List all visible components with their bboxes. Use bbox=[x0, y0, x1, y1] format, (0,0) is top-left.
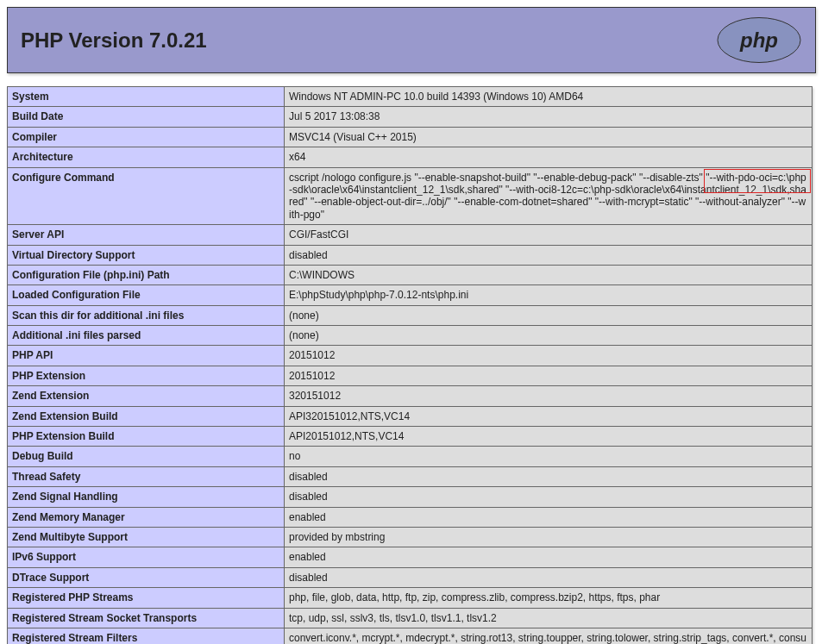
info-value: disabled bbox=[285, 245, 813, 265]
info-value: convert.iconv.*, mcrypt.*, mdecrypt.*, s… bbox=[285, 628, 813, 644]
info-value: API320151012,NTS,VC14 bbox=[285, 406, 813, 426]
table-row: Debug Buildno bbox=[8, 447, 813, 466]
table-row: Thread Safetydisabled bbox=[8, 466, 813, 486]
table-row: Virtual Directory Supportdisabled bbox=[8, 245, 813, 265]
info-value: php, file, glob, data, http, ftp, zip, c… bbox=[285, 588, 813, 608]
table-row: Registered Stream Socket Transportstcp, … bbox=[8, 608, 813, 628]
info-value: disabled bbox=[285, 487, 813, 507]
table-row: Registered Stream Filtersconvert.iconv.*… bbox=[8, 628, 813, 644]
info-key: Zend Extension bbox=[8, 386, 285, 406]
svg-text:php: php bbox=[739, 28, 778, 52]
info-key: Registered Stream Filters bbox=[8, 628, 285, 644]
table-row: IPv6 Supportenabled bbox=[8, 547, 813, 567]
table-row: Build DateJul 5 2017 13:08:38 bbox=[8, 107, 813, 127]
info-value: Jul 5 2017 13:08:38 bbox=[285, 107, 813, 127]
info-key: Zend Signal Handling bbox=[8, 487, 285, 507]
info-key: Additional .ini files parsed bbox=[8, 326, 285, 346]
info-key: Configure Command bbox=[8, 167, 285, 225]
info-value: MSVC14 (Visual C++ 2015) bbox=[285, 127, 813, 147]
info-value: E:\phpStudy\php\php-7.0.12-nts\php.ini bbox=[285, 285, 813, 305]
info-key: PHP Extension Build bbox=[8, 427, 285, 447]
info-value: 20151012 bbox=[285, 346, 813, 366]
info-key: System bbox=[8, 87, 285, 107]
info-key: Configuration File (php.ini) Path bbox=[8, 265, 285, 284]
info-key: Thread Safety bbox=[8, 466, 285, 486]
info-key: Zend Memory Manager bbox=[8, 507, 285, 527]
table-row: Loaded Configuration FileE:\phpStudy\php… bbox=[8, 285, 813, 305]
info-value: cscript /nologo configure.js "--enable-s… bbox=[285, 167, 813, 225]
table-row: Registered PHP Streamsphp, file, glob, d… bbox=[8, 588, 813, 608]
table-row: SystemWindows NT ADMIN-PC 10.0 build 143… bbox=[8, 87, 813, 107]
info-key: PHP API bbox=[8, 346, 285, 366]
table-row: PHP Extension20151012 bbox=[8, 366, 813, 385]
table-row: Zend Multibyte Supportprovided by mbstri… bbox=[8, 527, 813, 547]
table-row: Zend Memory Managerenabled bbox=[8, 507, 813, 527]
info-value: 320151012 bbox=[285, 386, 813, 406]
info-value: (none) bbox=[285, 326, 813, 346]
info-key: PHP Extension bbox=[8, 366, 285, 385]
info-key: Scan this dir for additional .ini files bbox=[8, 305, 285, 325]
table-row: Zend Extension BuildAPI320151012,NTS,VC1… bbox=[8, 406, 813, 426]
info-value: API20151012,NTS,VC14 bbox=[285, 427, 813, 447]
info-key: Debug Build bbox=[8, 447, 285, 466]
info-value: no bbox=[285, 447, 813, 466]
info-key: Registered Stream Socket Transports bbox=[8, 608, 285, 628]
table-row: CompilerMSVC14 (Visual C++ 2015) bbox=[8, 127, 813, 147]
info-value: enabled bbox=[285, 547, 813, 567]
info-key: DTrace Support bbox=[8, 567, 285, 587]
info-key: Server API bbox=[8, 225, 285, 245]
info-value: provided by mbstring bbox=[285, 527, 813, 547]
info-key: Loaded Configuration File bbox=[8, 285, 285, 305]
info-key: Build Date bbox=[8, 107, 285, 127]
info-key: Virtual Directory Support bbox=[8, 245, 285, 265]
table-row: Scan this dir for additional .ini files(… bbox=[8, 305, 813, 325]
info-key: Registered PHP Streams bbox=[8, 588, 285, 608]
info-value: disabled bbox=[285, 567, 813, 587]
phpinfo-header: PHP Version 7.0.21 php bbox=[7, 7, 816, 73]
info-value: (none) bbox=[285, 305, 813, 325]
table-row: DTrace Supportdisabled bbox=[8, 567, 813, 587]
table-row: Server APICGI/FastCGI bbox=[8, 225, 813, 245]
info-key: Architecture bbox=[8, 147, 285, 167]
php-logo: php bbox=[716, 16, 802, 64]
info-value: CGI/FastCGI bbox=[285, 225, 813, 245]
table-row: Configure Commandcscript /nologo configu… bbox=[8, 167, 813, 225]
table-row: PHP API20151012 bbox=[8, 346, 813, 366]
info-value: tcp, udp, ssl, sslv3, tls, tlsv1.0, tlsv… bbox=[285, 608, 813, 628]
info-value: C:\WINDOWS bbox=[285, 265, 813, 284]
highlight-annotation bbox=[704, 169, 811, 193]
info-value: enabled bbox=[285, 507, 813, 527]
table-row: Configuration File (php.ini) PathC:\WIND… bbox=[8, 265, 813, 284]
info-key: IPv6 Support bbox=[8, 547, 285, 567]
table-row: Additional .ini files parsed(none) bbox=[8, 326, 813, 346]
table-row: PHP Extension BuildAPI20151012,NTS,VC14 bbox=[8, 427, 813, 447]
page-title: PHP Version 7.0.21 bbox=[21, 28, 207, 53]
info-value: 20151012 bbox=[285, 366, 813, 385]
phpinfo-table: SystemWindows NT ADMIN-PC 10.0 build 143… bbox=[7, 86, 813, 644]
table-row: Zend Signal Handlingdisabled bbox=[8, 487, 813, 507]
info-value: Windows NT ADMIN-PC 10.0 build 14393 (Wi… bbox=[285, 87, 813, 107]
table-row: Zend Extension320151012 bbox=[8, 386, 813, 406]
info-value: x64 bbox=[285, 147, 813, 167]
table-row: Architecturex64 bbox=[8, 147, 813, 167]
info-value: disabled bbox=[285, 466, 813, 486]
info-key: Zend Multibyte Support bbox=[8, 527, 285, 547]
info-key: Compiler bbox=[8, 127, 285, 147]
info-key: Zend Extension Build bbox=[8, 406, 285, 426]
